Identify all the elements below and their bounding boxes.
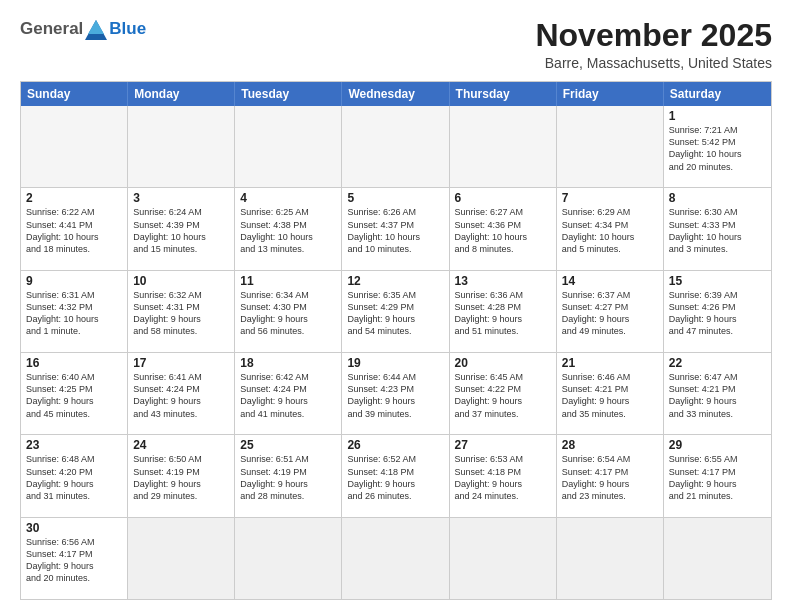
day-info: Sunrise: 6:26 AM Sunset: 4:37 PM Dayligh…: [347, 206, 443, 255]
day-info: Sunrise: 6:37 AM Sunset: 4:27 PM Dayligh…: [562, 289, 658, 338]
calendar-cell: 1Sunrise: 7:21 AM Sunset: 5:42 PM Daylig…: [664, 106, 771, 187]
calendar-cell: 26Sunrise: 6:52 AM Sunset: 4:18 PM Dayli…: [342, 435, 449, 516]
weekday-header-tuesday: Tuesday: [235, 82, 342, 106]
calendar-cell: 15Sunrise: 6:39 AM Sunset: 4:26 PM Dayli…: [664, 271, 771, 352]
day-number: 12: [347, 274, 443, 288]
calendar-cell: 23Sunrise: 6:48 AM Sunset: 4:20 PM Dayli…: [21, 435, 128, 516]
day-info: Sunrise: 6:34 AM Sunset: 4:30 PM Dayligh…: [240, 289, 336, 338]
day-number: 18: [240, 356, 336, 370]
calendar-cell: 27Sunrise: 6:53 AM Sunset: 4:18 PM Dayli…: [450, 435, 557, 516]
calendar-cell: [450, 106, 557, 187]
day-info: Sunrise: 6:22 AM Sunset: 4:41 PM Dayligh…: [26, 206, 122, 255]
calendar-cell: [128, 518, 235, 599]
day-info: Sunrise: 6:32 AM Sunset: 4:31 PM Dayligh…: [133, 289, 229, 338]
calendar-cell: 17Sunrise: 6:41 AM Sunset: 4:24 PM Dayli…: [128, 353, 235, 434]
calendar-cell: [664, 518, 771, 599]
calendar-cell: [21, 106, 128, 187]
day-info: Sunrise: 6:50 AM Sunset: 4:19 PM Dayligh…: [133, 453, 229, 502]
calendar-cell: [557, 518, 664, 599]
header: General Blue November 2025 Barre, Massac…: [20, 18, 772, 71]
day-info: Sunrise: 6:25 AM Sunset: 4:38 PM Dayligh…: [240, 206, 336, 255]
day-info: Sunrise: 6:44 AM Sunset: 4:23 PM Dayligh…: [347, 371, 443, 420]
logo: General Blue: [20, 18, 146, 40]
calendar-cell: [450, 518, 557, 599]
calendar-cell: 19Sunrise: 6:44 AM Sunset: 4:23 PM Dayli…: [342, 353, 449, 434]
day-info: Sunrise: 6:46 AM Sunset: 4:21 PM Dayligh…: [562, 371, 658, 420]
calendar-row-5: 30Sunrise: 6:56 AM Sunset: 4:17 PM Dayli…: [21, 517, 771, 599]
day-number: 21: [562, 356, 658, 370]
day-number: 16: [26, 356, 122, 370]
calendar-row-2: 9Sunrise: 6:31 AM Sunset: 4:32 PM Daylig…: [21, 270, 771, 352]
calendar-cell: [557, 106, 664, 187]
day-number: 22: [669, 356, 766, 370]
day-number: 10: [133, 274, 229, 288]
location-text: Barre, Massachusetts, United States: [535, 55, 772, 71]
calendar-cell: 28Sunrise: 6:54 AM Sunset: 4:17 PM Dayli…: [557, 435, 664, 516]
weekday-header-saturday: Saturday: [664, 82, 771, 106]
day-info: Sunrise: 6:48 AM Sunset: 4:20 PM Dayligh…: [26, 453, 122, 502]
weekday-header-monday: Monday: [128, 82, 235, 106]
day-info: Sunrise: 6:40 AM Sunset: 4:25 PM Dayligh…: [26, 371, 122, 420]
calendar-cell: 14Sunrise: 6:37 AM Sunset: 4:27 PM Dayli…: [557, 271, 664, 352]
day-info: Sunrise: 6:39 AM Sunset: 4:26 PM Dayligh…: [669, 289, 766, 338]
calendar-cell: 20Sunrise: 6:45 AM Sunset: 4:22 PM Dayli…: [450, 353, 557, 434]
day-number: 14: [562, 274, 658, 288]
calendar-cell: 22Sunrise: 6:47 AM Sunset: 4:21 PM Dayli…: [664, 353, 771, 434]
day-info: Sunrise: 6:24 AM Sunset: 4:39 PM Dayligh…: [133, 206, 229, 255]
calendar-row-0: 1Sunrise: 7:21 AM Sunset: 5:42 PM Daylig…: [21, 106, 771, 187]
day-info: Sunrise: 7:21 AM Sunset: 5:42 PM Dayligh…: [669, 124, 766, 173]
day-info: Sunrise: 6:41 AM Sunset: 4:24 PM Dayligh…: [133, 371, 229, 420]
day-number: 20: [455, 356, 551, 370]
day-number: 2: [26, 191, 122, 205]
day-number: 7: [562, 191, 658, 205]
day-number: 25: [240, 438, 336, 452]
calendar-cell: 25Sunrise: 6:51 AM Sunset: 4:19 PM Dayli…: [235, 435, 342, 516]
title-block: November 2025 Barre, Massachusetts, Unit…: [535, 18, 772, 71]
weekday-header-thursday: Thursday: [450, 82, 557, 106]
day-number: 28: [562, 438, 658, 452]
logo-general-text: General: [20, 19, 83, 39]
day-info: Sunrise: 6:55 AM Sunset: 4:17 PM Dayligh…: [669, 453, 766, 502]
calendar-cell: [342, 106, 449, 187]
day-number: 13: [455, 274, 551, 288]
calendar-row-3: 16Sunrise: 6:40 AM Sunset: 4:25 PM Dayli…: [21, 352, 771, 434]
day-info: Sunrise: 6:42 AM Sunset: 4:24 PM Dayligh…: [240, 371, 336, 420]
calendar-cell: 3Sunrise: 6:24 AM Sunset: 4:39 PM Daylig…: [128, 188, 235, 269]
calendar-cell: 12Sunrise: 6:35 AM Sunset: 4:29 PM Dayli…: [342, 271, 449, 352]
calendar-row-1: 2Sunrise: 6:22 AM Sunset: 4:41 PM Daylig…: [21, 187, 771, 269]
calendar-cell: 2Sunrise: 6:22 AM Sunset: 4:41 PM Daylig…: [21, 188, 128, 269]
day-number: 1: [669, 109, 766, 123]
calendar-cell: 30Sunrise: 6:56 AM Sunset: 4:17 PM Dayli…: [21, 518, 128, 599]
month-title: November 2025: [535, 18, 772, 53]
day-number: 8: [669, 191, 766, 205]
day-number: 9: [26, 274, 122, 288]
calendar-cell: 13Sunrise: 6:36 AM Sunset: 4:28 PM Dayli…: [450, 271, 557, 352]
day-info: Sunrise: 6:47 AM Sunset: 4:21 PM Dayligh…: [669, 371, 766, 420]
day-number: 3: [133, 191, 229, 205]
day-number: 17: [133, 356, 229, 370]
day-info: Sunrise: 6:51 AM Sunset: 4:19 PM Dayligh…: [240, 453, 336, 502]
calendar-cell: 10Sunrise: 6:32 AM Sunset: 4:31 PM Dayli…: [128, 271, 235, 352]
weekday-header-wednesday: Wednesday: [342, 82, 449, 106]
day-info: Sunrise: 6:54 AM Sunset: 4:17 PM Dayligh…: [562, 453, 658, 502]
day-number: 19: [347, 356, 443, 370]
day-number: 4: [240, 191, 336, 205]
day-info: Sunrise: 6:56 AM Sunset: 4:17 PM Dayligh…: [26, 536, 122, 585]
calendar-header: SundayMondayTuesdayWednesdayThursdayFrid…: [21, 82, 771, 106]
calendar-cell: [235, 518, 342, 599]
calendar-cell: 24Sunrise: 6:50 AM Sunset: 4:19 PM Dayli…: [128, 435, 235, 516]
day-info: Sunrise: 6:52 AM Sunset: 4:18 PM Dayligh…: [347, 453, 443, 502]
calendar-cell: [342, 518, 449, 599]
day-number: 5: [347, 191, 443, 205]
day-number: 27: [455, 438, 551, 452]
logo-blue-text: Blue: [109, 19, 146, 39]
weekday-header-friday: Friday: [557, 82, 664, 106]
day-number: 30: [26, 521, 122, 535]
day-number: 26: [347, 438, 443, 452]
day-info: Sunrise: 6:31 AM Sunset: 4:32 PM Dayligh…: [26, 289, 122, 338]
calendar-cell: 18Sunrise: 6:42 AM Sunset: 4:24 PM Dayli…: [235, 353, 342, 434]
page: General Blue November 2025 Barre, Massac…: [0, 0, 792, 612]
calendar-cell: 4Sunrise: 6:25 AM Sunset: 4:38 PM Daylig…: [235, 188, 342, 269]
calendar-cell: 8Sunrise: 6:30 AM Sunset: 4:33 PM Daylig…: [664, 188, 771, 269]
calendar-row-4: 23Sunrise: 6:48 AM Sunset: 4:20 PM Dayli…: [21, 434, 771, 516]
